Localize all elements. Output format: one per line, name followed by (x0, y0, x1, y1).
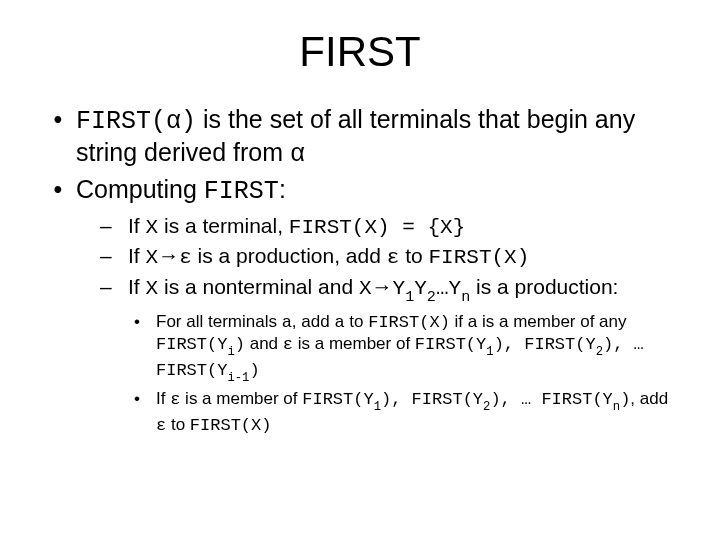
t: and (245, 334, 283, 353)
t: to (166, 415, 190, 434)
t: FIRST(X) (190, 416, 272, 435)
t: FIRST(Y (156, 335, 227, 354)
bullet-2-mono: FIRST (204, 177, 279, 206)
t: ) (235, 335, 245, 354)
bullet-marker: • (40, 174, 76, 207)
bullet-1-alpha: α (290, 140, 305, 169)
t: n (613, 400, 620, 414)
t: If (156, 389, 170, 408)
t: ), … FIRST(Y (490, 390, 612, 409)
main-bullet-list: • FIRST(α) is the set of all terminals t… (40, 104, 680, 207)
t: Y (393, 277, 406, 300)
t: if a is a member of any (450, 312, 627, 331)
t: For all terminals (156, 312, 282, 331)
sub-1: – If X is a terminal, FIRST(X) = {X} (96, 213, 680, 241)
t: 1 (405, 288, 414, 306)
sub-bullet-list: – If X is a terminal, FIRST(X) = {X} – I… (40, 213, 680, 305)
bullet-2: • Computing FIRST: (40, 174, 680, 207)
t: to (399, 244, 428, 267)
t: X (359, 277, 372, 300)
t: ε (156, 416, 166, 435)
t: FIRST(Y (415, 335, 486, 354)
sub-1-content: If X is a terminal, FIRST(X) = {X} (128, 213, 680, 241)
bullet-1: • FIRST(α) is the set of all terminals t… (40, 104, 680, 170)
subsub-1: • For all terminals a, add a to FIRST(X)… (132, 311, 680, 385)
t: X (146, 246, 159, 269)
slide-title: FIRST (40, 28, 680, 76)
subsub-1-content: For all terminals a, add a to FIRST(X) i… (156, 311, 680, 385)
t: , add (630, 389, 668, 408)
t: If (128, 244, 146, 267)
sub-3: – If X is a nonterminal and X→Y1Y2…Yn is… (96, 274, 680, 305)
t: ) (249, 361, 259, 380)
t: FIRST(X) (368, 313, 450, 332)
t: i-1 (227, 371, 249, 385)
t: is a member of (180, 389, 302, 408)
t: to (345, 312, 369, 331)
dot-marker: • (132, 311, 156, 385)
t: ε (283, 335, 293, 354)
t: i (227, 345, 234, 359)
bullet-1-mono: FIRST(α) (76, 107, 196, 136)
t: …Y (436, 277, 461, 300)
t: , add (292, 312, 335, 331)
t: 2 (483, 400, 490, 414)
t: X (146, 277, 159, 300)
t: ), FIRST(Y (381, 390, 483, 409)
t: ), FIRST(Y (494, 335, 596, 354)
t: ε (387, 246, 400, 269)
dot-marker: • (132, 388, 156, 436)
sub-3-content: If X is a nonterminal and X→Y1Y2…Yn is a… (128, 274, 680, 305)
dash-marker: – (96, 213, 128, 241)
t: ) (620, 390, 630, 409)
sub-2: – If X→ε is a production, add ε to FIRST… (96, 243, 680, 271)
arrow-icon: → (158, 244, 179, 267)
bullet-2-pre: Computing (76, 175, 204, 203)
t: FIRST(X) (429, 246, 530, 269)
bullet-2-post: : (279, 175, 286, 203)
bullet-1-content: FIRST(α) is the set of all terminals tha… (76, 104, 680, 170)
t: 1 (374, 400, 381, 414)
t: a (334, 313, 344, 332)
bullet-marker: • (40, 104, 76, 170)
dash-marker: – (96, 274, 128, 305)
t: is a production: (470, 275, 618, 298)
arrow-icon: → (372, 275, 393, 298)
t: is a member of (293, 334, 415, 353)
t: ε (179, 246, 192, 269)
t: Y (414, 277, 427, 300)
subsub-2: • If ε is a member of FIRST(Y1), FIRST(Y… (132, 388, 680, 436)
dash-marker: – (96, 243, 128, 271)
t: 2 (427, 288, 436, 306)
bullet-2-content: Computing FIRST: (76, 174, 680, 207)
t: ε (170, 390, 180, 409)
t: FIRST(X) = {X} (289, 216, 465, 239)
subsub-bullet-list: • For all terminals a, add a to FIRST(X)… (40, 311, 680, 437)
t: n (461, 288, 470, 306)
t: If (128, 214, 146, 237)
t: 2 (596, 345, 603, 359)
t: 1 (486, 345, 493, 359)
t: a (282, 313, 292, 332)
t: is a production, add (192, 244, 387, 267)
t: is a nonterminal and (158, 275, 359, 298)
t: is a terminal, (158, 214, 289, 237)
sub-2-content: If X→ε is a production, add ε to FIRST(X… (128, 243, 680, 271)
t: If (128, 275, 146, 298)
t: FIRST(Y (302, 390, 373, 409)
subsub-2-content: If ε is a member of FIRST(Y1), FIRST(Y2)… (156, 388, 680, 436)
t: X (146, 216, 159, 239)
